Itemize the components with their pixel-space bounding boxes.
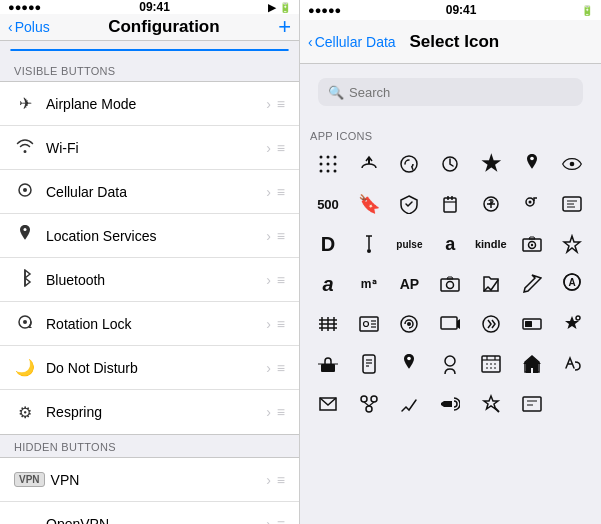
svg-point-10 — [320, 163, 323, 166]
svg-rect-60 — [525, 321, 532, 327]
list-item[interactable]: Wi-Fi › ≡ — [0, 126, 299, 170]
icon-cell[interactable]: 500 — [310, 186, 346, 222]
icon-cell[interactable]: ★ — [473, 146, 509, 182]
back-button-left[interactable]: ‹ Polus — [8, 19, 50, 35]
icon-cell[interactable]: a — [310, 266, 346, 302]
icon-cell[interactable]: kindle — [473, 226, 509, 262]
drag-handle[interactable]: ≡ — [277, 316, 285, 332]
icon-cell[interactable] — [554, 306, 590, 342]
icon-cell[interactable] — [432, 266, 468, 302]
svg-point-39 — [447, 282, 454, 289]
back-button-right[interactable]: ‹ Cellular Data — [308, 34, 396, 50]
icon-cell[interactable]: AP — [391, 266, 427, 302]
icon-cell[interactable]: pulse — [391, 226, 427, 262]
icons-grid: ★ 500 🔖 D pulse a kindle a mᵃ AP — [310, 146, 591, 432]
item-label: Cellular Data — [46, 184, 266, 200]
visible-buttons-list: ✈ Airplane Mode › ≡ Wi-Fi › ≡ Cellular D… — [0, 81, 299, 435]
airplane-icon: ✈ — [14, 94, 36, 113]
icon-cell[interactable] — [514, 186, 550, 222]
list-item[interactable]: ⚙ Respring › ≡ — [0, 390, 299, 434]
icon-cell[interactable] — [391, 386, 427, 422]
svg-point-13 — [320, 170, 323, 173]
svg-rect-20 — [444, 198, 456, 212]
svg-point-36 — [530, 244, 532, 246]
icon-cell[interactable] — [432, 186, 468, 222]
svg-point-9 — [334, 156, 337, 159]
icon-cell[interactable]: D — [310, 226, 346, 262]
icon-cell[interactable] — [514, 386, 550, 422]
drag-handle[interactable]: ≡ — [277, 472, 285, 488]
wifi-icon — [14, 139, 36, 157]
icon-cell[interactable] — [554, 186, 590, 222]
kindle-icon: kindle — [475, 238, 507, 250]
icon-cell[interactable] — [514, 346, 550, 382]
icon-cell[interactable] — [310, 386, 346, 422]
list-item[interactable]: ✈ Airplane Mode › ≡ — [0, 82, 299, 126]
drag-handle[interactable]: ≡ — [277, 272, 285, 288]
icon-cell[interactable] — [432, 346, 468, 382]
icon-cell[interactable] — [432, 306, 468, 342]
list-item[interactable]: Cellular Data › ≡ — [0, 170, 299, 214]
icon-cell[interactable] — [432, 146, 468, 182]
icon-cell[interactable] — [514, 266, 550, 302]
icon-cell[interactable] — [391, 186, 427, 222]
icon-cell[interactable]: A — [554, 266, 590, 302]
svg-point-12 — [334, 163, 337, 166]
icon-cell[interactable]: 🔖 — [351, 186, 387, 222]
icon-cell[interactable] — [351, 306, 387, 342]
icon-cell[interactable] — [554, 346, 590, 382]
list-item[interactable]: OpenVPN › ≡ — [0, 502, 299, 524]
chevron-icon: › — [266, 516, 271, 524]
item-label: Bluetooth — [46, 272, 266, 288]
svg-point-1 — [23, 188, 27, 192]
app-icons-header: APP ICONS — [310, 124, 591, 146]
icon-cell[interactable] — [432, 386, 468, 422]
icon-cell[interactable] — [351, 346, 387, 382]
icon-cell[interactable] — [351, 386, 387, 422]
icon-cell[interactable] — [514, 226, 550, 262]
icon-cell[interactable] — [473, 266, 509, 302]
icon-cell[interactable] — [514, 306, 550, 342]
chevron-icon: › — [266, 404, 271, 420]
icon-cell[interactable] — [514, 146, 550, 182]
icon-cell[interactable]: mᵃ — [351, 266, 387, 302]
drag-handle[interactable]: ≡ — [277, 96, 285, 112]
icon-cell[interactable] — [351, 146, 387, 182]
drag-handle[interactable]: ≡ — [277, 360, 285, 376]
icon-cell[interactable] — [554, 226, 590, 262]
icon-cell[interactable] — [391, 346, 427, 382]
drag-handle[interactable]: ≡ — [277, 228, 285, 244]
svg-point-18 — [530, 157, 534, 161]
chevron-icon: › — [266, 472, 271, 488]
icon-cell[interactable] — [473, 386, 509, 422]
icon-cell[interactable] — [473, 306, 509, 342]
icon-cell[interactable] — [473, 186, 509, 222]
amazon-icon: a — [445, 234, 455, 255]
drag-handle[interactable]: ≡ — [277, 140, 285, 156]
icon-cell[interactable] — [351, 226, 387, 262]
icon-cell[interactable] — [391, 146, 427, 182]
drag-handle[interactable]: ≡ — [277, 516, 285, 524]
list-item[interactable]: Rotation Lock › ≡ — [0, 302, 299, 346]
search-input[interactable] — [349, 85, 573, 100]
D-icon: D — [321, 233, 335, 256]
list-item[interactable]: 🌙 Do Not Disturb › ≡ — [0, 346, 299, 390]
item-label: OpenVPN — [46, 516, 266, 524]
icon-cell[interactable] — [391, 306, 427, 342]
add-button[interactable]: + — [278, 14, 291, 40]
icon-cell[interactable] — [310, 306, 346, 342]
icon-cell[interactable] — [554, 146, 590, 182]
icon-cell[interactable] — [310, 346, 346, 382]
icon-cell[interactable] — [473, 346, 509, 382]
time-left: 09:41 — [139, 0, 170, 14]
drag-handle[interactable]: ≡ — [277, 404, 285, 420]
icon-cell[interactable] — [310, 146, 346, 182]
icon-cell[interactable]: a — [432, 226, 468, 262]
list-item[interactable]: VPN VPN › ≡ — [0, 458, 299, 502]
list-item[interactable]: Bluetooth › ≡ — [0, 258, 299, 302]
signal-right: ●●●●● — [308, 4, 341, 16]
chevron-icon: › — [266, 96, 271, 112]
svg-point-55 — [407, 322, 411, 326]
list-item[interactable]: Location Services › ≡ — [0, 214, 299, 258]
drag-handle[interactable]: ≡ — [277, 184, 285, 200]
